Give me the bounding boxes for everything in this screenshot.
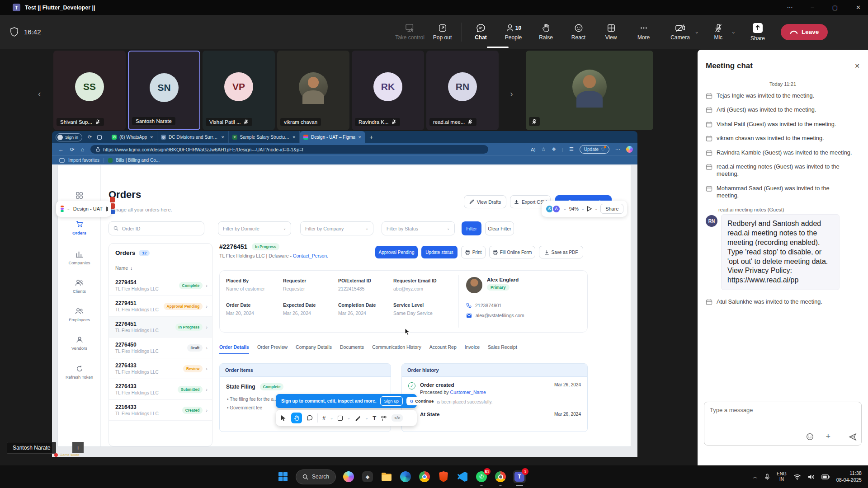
browser-tab-excel[interactable]: X Sample Salary Structure with calc✕	[229, 131, 300, 143]
more-button[interactable]: More	[627, 23, 660, 41]
pen-tool-icon[interactable]	[355, 415, 361, 421]
collections-icon[interactable]: ☰	[569, 146, 574, 152]
filter-domicile-dropdown[interactable]: Filter by Domicile⌄	[218, 221, 291, 235]
shape-tool-icon[interactable]	[338, 416, 343, 421]
zoom-level[interactable]: 94%	[569, 206, 579, 211]
sidebar-item-employees[interactable]: Employees	[58, 308, 101, 322]
order-row[interactable]: 2276433TL Flex Holdings LLC Review›	[109, 358, 212, 379]
reload-icon[interactable]: ⟳	[70, 146, 75, 153]
back-icon[interactable]: ←	[58, 146, 64, 153]
close-tab-icon[interactable]: ✕	[221, 135, 225, 140]
collaborator-avatar[interactable]: A	[552, 205, 561, 213]
update-status-button[interactable]: Update status	[421, 246, 458, 258]
sidebar-item-orders[interactable]: Orders	[58, 221, 101, 235]
chrome-app-icon[interactable]	[418, 470, 431, 483]
order-id-search[interactable]: Order ID	[108, 221, 204, 235]
tab-order-details[interactable]: Order Details	[219, 344, 249, 350]
contact-phone[interactable]: 2123874901	[466, 303, 581, 308]
clear-filter-button[interactable]: Clear Filter	[485, 221, 514, 235]
sidebar-item-clients[interactable]: Clients	[58, 279, 101, 294]
participant-tile[interactable]: VP Vishal Patil ...	[203, 51, 275, 130]
leave-button[interactable]: Leave	[781, 24, 828, 40]
tab-communication-history[interactable]: Communication History	[372, 344, 421, 350]
strip-next-icon[interactable]: ›	[510, 89, 513, 99]
filter-status-dropdown[interactable]: Filter by Status⌄	[382, 221, 455, 235]
approval-pending-button[interactable]: Approval Pending	[375, 246, 418, 258]
tab-refresh-icon[interactable]: ⟳	[88, 134, 92, 140]
chat-input[interactable]	[704, 402, 861, 418]
start-button[interactable]	[277, 470, 289, 483]
hand-tool-icon[interactable]	[291, 413, 302, 423]
emoji-icon[interactable]	[806, 433, 814, 441]
chevron-down-icon[interactable]: ⌄	[67, 207, 70, 211]
browser-tab-whatsapp[interactable]: ✆ (6) WhatsApp✕	[108, 131, 157, 143]
order-row[interactable]: 2216433TL Flex Holdings LLC Created›	[109, 400, 212, 421]
raise-hand-button[interactable]: Raise	[530, 23, 562, 41]
file-explorer-icon[interactable]	[380, 470, 393, 483]
tab-account-rep[interactable]: Account Rep	[429, 344, 457, 350]
save-as-pdf-button[interactable]: Save as PDF	[539, 246, 583, 258]
send-icon[interactable]	[849, 433, 857, 441]
order-row-selected[interactable]: 2276451TL Flex Holdings LLC In Progress›	[109, 317, 212, 338]
figma-signup-button[interactable]: Sign up	[380, 396, 403, 406]
favorite-star-icon[interactable]: ☆	[541, 146, 546, 152]
attach-plus-icon[interactable]: +	[826, 432, 830, 441]
vscode-app-icon[interactable]	[456, 470, 469, 483]
tray-mic-icon[interactable]	[764, 474, 770, 480]
chat-input-box[interactable]: +	[704, 402, 862, 446]
update-browser-button[interactable]: Update ♡	[580, 145, 609, 154]
share-button[interactable]: Share	[743, 23, 773, 42]
close-tab-icon[interactable]: ✕	[150, 135, 153, 140]
presenter-add-icon[interactable]: +	[72, 442, 84, 453]
customer-name-link[interactable]: Customer_Name	[450, 389, 486, 395]
tab-sales-receipt[interactable]: Sales Receipt	[488, 344, 517, 350]
strip-prev-icon[interactable]: ‹	[38, 89, 41, 99]
layout-panel-icon[interactable]	[106, 206, 107, 211]
figma-share-button[interactable]: Share	[600, 204, 623, 214]
diamond-app-icon[interactable]: ◆	[361, 470, 374, 483]
people-button[interactable]: 10 People	[497, 23, 530, 41]
filter-company-dropdown[interactable]: Filter by Company⌄	[300, 221, 373, 235]
extensions-icon[interactable]: ❖	[552, 146, 556, 152]
minimize-button[interactable]: –	[811, 4, 814, 11]
browser-menu-icon[interactable]: ⋯	[615, 146, 620, 152]
view-button[interactable]: View	[595, 23, 627, 41]
order-row[interactable]: 2279454TL Flex Holdings LLC Complete›	[109, 275, 212, 296]
mic-button[interactable]: Mic	[705, 23, 731, 41]
frame-tool-icon[interactable]: #	[322, 415, 326, 422]
tab-order-preview[interactable]: Order Preview	[257, 344, 288, 350]
google-continue-button[interactable]: GContinue	[406, 397, 438, 405]
bookmark-import-favorites[interactable]: Import favorites	[68, 158, 99, 163]
battery-icon[interactable]	[821, 474, 830, 479]
participant-tile[interactable]: vikram chavan	[277, 51, 349, 130]
titlebar-more-icon[interactable]: ⋯	[787, 4, 793, 11]
figma-logo-icon[interactable]	[61, 206, 64, 212]
camera-options-chevron-icon[interactable]: ⌄	[695, 29, 699, 35]
fill-online-form-button[interactable]: Fill Online Form	[489, 246, 535, 258]
order-row[interactable]: 2279451TL Flex Holdings LLC Approval Pen…	[109, 296, 212, 317]
volume-icon[interactable]	[808, 474, 815, 480]
browser-tab-dc-divisions[interactable]: ◍ DC Divisions and Surroundings✕	[157, 131, 229, 143]
workspaces-icon[interactable]	[97, 135, 102, 140]
participant-tile[interactable]: RK Ravindra K...	[352, 51, 424, 130]
tab-company-details[interactable]: Company Details	[296, 344, 332, 350]
participant-tile[interactable]: SS Shivani Sup...	[53, 51, 126, 130]
language-indicator[interactable]: ENGIN	[777, 471, 787, 482]
close-tab-icon[interactable]: ✕	[292, 135, 296, 140]
tray-chevron-icon[interactable]: ︿	[753, 474, 758, 480]
participant-tile[interactable]	[526, 51, 653, 130]
taskbar-search[interactable]: Search	[296, 469, 336, 484]
tab-invoice[interactable]: Invoice	[465, 344, 480, 350]
read-aloud-icon[interactable]: A)	[531, 147, 535, 152]
resources-tool-icon[interactable]	[381, 415, 387, 421]
close-chat-icon[interactable]: ✕	[854, 62, 860, 70]
bookmark-bills[interactable]: Bills | Billing and Co...	[116, 158, 160, 163]
apply-filter-button[interactable]: Filter	[462, 221, 481, 235]
mic-options-chevron-icon[interactable]: ⌄	[731, 29, 736, 35]
camera-button[interactable]: Camera	[666, 23, 695, 41]
sidebar-item-refresh-token[interactable]: Refresh Token	[58, 365, 101, 380]
whatsapp-app-icon[interactable]: ✆ 81	[475, 470, 488, 483]
contact-email[interactable]: alex@vstatefilings.com	[466, 313, 581, 318]
wifi-icon[interactable]	[793, 474, 801, 480]
figma-file-name[interactable]: Design - UAT	[73, 206, 103, 211]
